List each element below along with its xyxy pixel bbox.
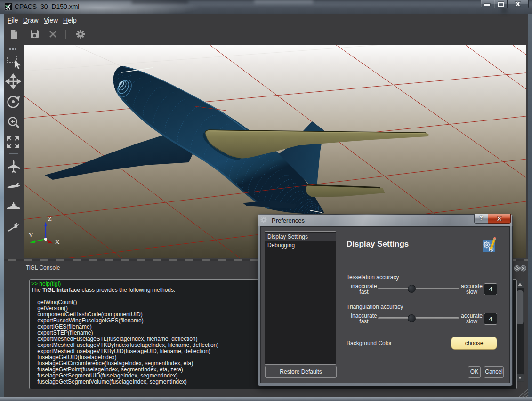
svg-text:Y: Y	[29, 232, 33, 239]
svg-text:X: X	[55, 238, 60, 245]
svg-text:Z: Z	[48, 215, 52, 222]
